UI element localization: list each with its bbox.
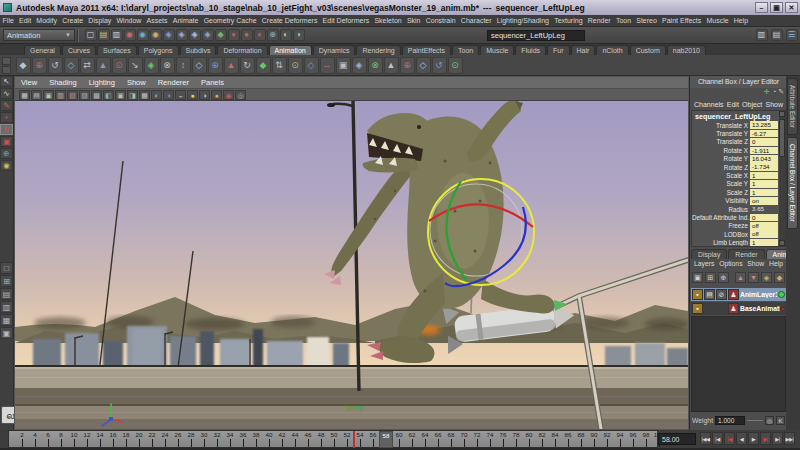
playback-button[interactable]: ▶ [748, 432, 759, 445]
viewport-toolbar-icon[interactable]: ● [211, 90, 222, 100]
tool-button[interactable]: ∿ [0, 88, 13, 99]
menu-item[interactable]: Modify [34, 17, 60, 24]
create-override-layer-icon[interactable]: ⊕ [718, 272, 729, 283]
shelf-menu-control[interactable] [2, 57, 11, 74]
menu-item[interactable]: Paint Effects [659, 17, 703, 24]
layer-editor-tab[interactable]: Display [691, 249, 727, 259]
layout-shortcut-button[interactable]: ▥ [0, 301, 13, 313]
extract-layer-icon[interactable]: ◈ [761, 272, 772, 283]
menu-item[interactable]: Skeleton [372, 17, 404, 24]
viewport-toolbar-icon[interactable]: ◧ [103, 90, 114, 100]
panel-menu-item[interactable]: View [15, 78, 43, 87]
viewport-toolbar-icon[interactable]: ▦ [139, 90, 150, 100]
minimize-button[interactable]: – [755, 2, 768, 13]
menu-item[interactable]: Create Deformers [259, 17, 320, 24]
playback-button[interactable]: |◀ [724, 432, 735, 445]
layout-shortcut-button[interactable]: □ [0, 262, 13, 274]
channel-label[interactable]: Rotate Y [692, 155, 750, 162]
anim-layer-row[interactable]: ▪ ▤ ⊘ ♟ AnimLayer1 [691, 288, 786, 301]
channel-value-field[interactable]: 1 [750, 189, 778, 197]
panel-menu-item[interactable]: Show [121, 78, 152, 87]
menu-item[interactable]: Stereo [634, 17, 660, 24]
shelf-icon[interactable]: ◇ [64, 57, 79, 74]
status-icon[interactable]: ▥ [111, 29, 123, 41]
pencil-icon[interactable]: ✎ [778, 88, 784, 96]
viewport-toolbar-icon[interactable]: ◑ [199, 90, 210, 100]
layer-active-indicator[interactable] [778, 291, 785, 298]
channel-value-field[interactable]: -6.27 [750, 130, 778, 138]
menu-item[interactable]: Muscle [704, 17, 731, 24]
viewport-toolbar-icon[interactable]: ● [187, 90, 198, 100]
weight-field[interactable]: 1.000 [715, 416, 745, 425]
shelf-tab[interactable]: Muscle [480, 45, 514, 55]
shelf-tab[interactable]: Custom [630, 45, 666, 55]
tab-attribute-editor[interactable]: Attribute Editor [787, 78, 798, 135]
current-time-field[interactable]: 58.00 [658, 433, 696, 445]
status-divider[interactable] [77, 29, 82, 42]
status-icon[interactable]: ◐ [280, 29, 292, 41]
channel-value-field[interactable]: 13.285 [750, 121, 778, 129]
layout-shortcut-button[interactable]: ▤ [0, 288, 13, 300]
channel-label[interactable]: LODBox [692, 231, 750, 238]
channel-value-field[interactable]: 1 [750, 239, 778, 247]
layout-shortcut-button[interactable]: ⊞ [0, 275, 13, 287]
status-icon[interactable]: ◈ [163, 29, 175, 41]
sidebar-toggle-icon[interactable]: ▥ [756, 29, 768, 41]
shelf-icon[interactable]: ◈ [144, 57, 159, 74]
speed-state-icon[interactable]: ◔ [772, 88, 776, 96]
menu-item[interactable]: Lighting/Shading [494, 17, 551, 24]
layout-shortcut-button[interactable]: ▣ [0, 327, 13, 339]
shelf-tab[interactable]: nCloth [596, 45, 628, 55]
channel-value-field[interactable]: off [750, 222, 778, 230]
create-layer-from-selected-icon[interactable]: ⊞ [705, 272, 716, 283]
menu-item[interactable]: Window [114, 17, 144, 24]
channel-box-menu-item[interactable]: Show [765, 101, 783, 108]
layer-ghost-icon[interactable]: ♟ [728, 303, 739, 314]
create-empty-layer-icon[interactable]: ▣ [692, 272, 703, 283]
title-bar[interactable]: Autodesk Maya 2011 x64: I:\daryl_project… [0, 0, 800, 15]
menu-item[interactable]: Character [458, 17, 494, 24]
channel-label[interactable]: Rotate Z [692, 164, 750, 171]
status-icon[interactable]: ⊕ [267, 29, 279, 41]
shelf-tab[interactable]: Rendering [356, 45, 400, 55]
shelf-tab[interactable]: Surfaces [97, 45, 137, 55]
playback-button[interactable]: |◀◀ [700, 432, 711, 445]
status-icon[interactable]: ● [228, 29, 240, 41]
channel-label[interactable]: Rotate X [692, 147, 750, 154]
layer-editor-menu-item[interactable]: Help [769, 260, 783, 267]
status-icon[interactable]: ◉ [124, 29, 136, 41]
current-frame-marker[interactable]: 58 [379, 431, 393, 448]
shelf-tab[interactable]: Deformation [217, 45, 267, 55]
channel-value-field[interactable]: 0 [750, 138, 778, 146]
channel-value-field[interactable]: 0 [750, 214, 778, 222]
shelf-icon[interactable]: ⊕ [208, 57, 223, 74]
channel-value-field[interactable]: off [750, 230, 778, 238]
status-icon[interactable]: ◑ [293, 29, 305, 41]
shelf-icon[interactable]: ↕ [176, 57, 191, 74]
panel-menu-item[interactable]: Lighting [83, 78, 121, 87]
scroll-up-icon[interactable] [779, 111, 785, 117]
shelf-icon[interactable]: ⊙ [112, 57, 127, 74]
shelf-icon[interactable]: ↻ [240, 57, 255, 74]
playback-button[interactable]: |◀ [712, 432, 723, 445]
tool-button[interactable]: ↖ [0, 76, 13, 87]
channel-box-menu-item[interactable]: Channels [694, 101, 724, 108]
viewport-toolbar-icon[interactable]: ◐ [151, 90, 162, 100]
shelf-tab[interactable]: Animation [269, 45, 312, 55]
shelf-tab[interactable]: Toon [452, 45, 479, 55]
menu-item[interactable]: Display [86, 17, 114, 24]
shelf-icon[interactable]: ◈ [352, 57, 367, 74]
viewport-toolbar-icon[interactable]: ▣ [115, 90, 126, 100]
panel-menu-item[interactable]: Panels [195, 78, 230, 87]
weight-slider[interactable] [747, 420, 763, 421]
layer-editor-menu-item[interactable]: Options [719, 260, 742, 267]
layer-keying-icon[interactable]: ▪ [692, 289, 703, 300]
channel-label[interactable]: Freeze [692, 222, 750, 229]
shelf-tab[interactable]: Polygons [138, 45, 179, 55]
shelf-tab[interactable]: Curves [62, 45, 96, 55]
channel-value-field[interactable]: 16.043 [750, 155, 778, 163]
shelf-icon[interactable]: ⊙ [288, 57, 303, 74]
channel-value-field[interactable]: -1.734 [750, 163, 778, 171]
shelf-icon[interactable]: ⇅ [272, 57, 287, 74]
shelf-icon[interactable]: ⊕ [400, 57, 415, 74]
